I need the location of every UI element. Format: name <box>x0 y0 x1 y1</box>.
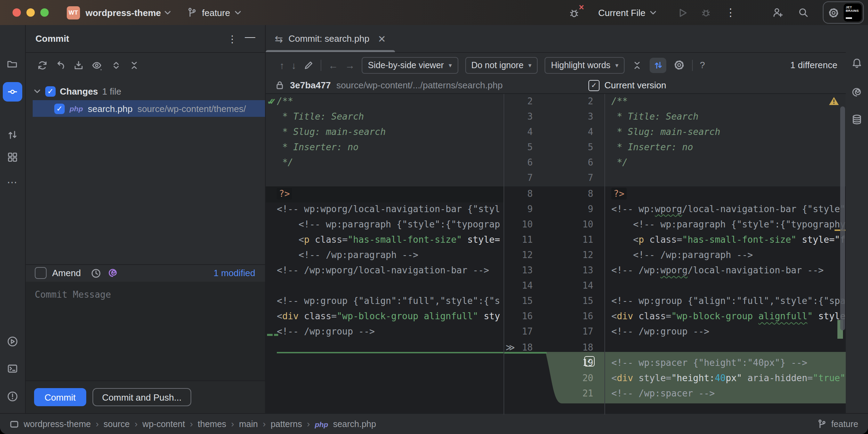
previous-change-icon[interactable]: ↑ <box>280 59 284 71</box>
terminal-tool-icon[interactable] <box>7 363 18 374</box>
code-line: <!-- wp:wporg/local-navigation-bar {"sty… <box>266 201 504 217</box>
whitespace-ignore-dropdown[interactable]: Do not ignore▾ <box>465 57 538 73</box>
changed-file-row[interactable]: ✓ php search.php source/wp-content/theme… <box>33 100 265 117</box>
left-tool-stripe: ⋯ <box>0 25 26 413</box>
help-icon[interactable]: ? <box>700 60 705 70</box>
settings-icon[interactable] <box>828 7 839 18</box>
inspection-warning-icon[interactable] <box>828 96 839 106</box>
code-line: * Slug: main-search <box>605 124 846 140</box>
commit-history-icon[interactable] <box>90 267 102 279</box>
run-tool-icon[interactable] <box>7 336 18 347</box>
macos-window-controls <box>13 8 49 17</box>
insertion-line <box>277 352 504 353</box>
include-change-checkbox[interactable]: ✓ <box>584 356 595 367</box>
line-number: 12 <box>504 248 533 263</box>
status-branch-widget[interactable]: feature <box>817 419 858 429</box>
line-number: 20 <box>545 370 593 386</box>
project-tool-icon[interactable] <box>7 59 18 69</box>
show-diff-preview-icon[interactable] <box>91 59 104 71</box>
breadcrumb-item[interactable]: wordpress-theme <box>24 419 91 429</box>
collapse-unchanged-icon[interactable] <box>632 59 643 71</box>
close-window-button[interactable] <box>13 8 21 17</box>
changes-group-row[interactable]: ✓ Changes 1 file <box>26 83 265 99</box>
project-icon[interactable]: WT <box>67 6 80 19</box>
line-number: 15 <box>545 294 593 309</box>
modified-count[interactable]: 1 modified <box>214 268 255 278</box>
debug-button[interactable] <box>700 7 712 18</box>
rollback-icon[interactable] <box>55 59 66 71</box>
synchronize-scrolling-icon[interactable] <box>650 57 666 73</box>
more-actions-icon[interactable]: ⋮ <box>725 6 736 19</box>
scrollbar-thumb[interactable] <box>840 106 845 330</box>
code-line: <p class="has-small-font-size" style="f <box>605 232 846 248</box>
line-number: 12 <box>545 248 593 263</box>
fold-marker-icon[interactable]: ≫ <box>506 342 522 352</box>
shelve-icon[interactable] <box>73 59 84 71</box>
diff-left-pane[interactable]: /** * Title: Search * Slug: main-search … <box>266 94 504 415</box>
expand-all-icon[interactable] <box>111 59 122 71</box>
current-version-checkbox[interactable]: ✓ <box>588 80 600 91</box>
minimize-window-button[interactable] <box>26 8 35 17</box>
problems-tool-icon[interactable] <box>7 391 18 402</box>
run-configuration-name: Current File <box>598 7 645 18</box>
next-change-icon[interactable]: ↓ <box>291 59 296 71</box>
code-line: <!-- /wp:wporg/local-navigation-bar --> <box>605 263 846 278</box>
viewer-mode-dropdown[interactable]: Side-by-side viewer▾ <box>362 57 458 73</box>
structure-tool-icon[interactable] <box>7 152 18 163</box>
jump-to-source-icon[interactable] <box>303 60 314 70</box>
line-number: 4 <box>504 124 533 140</box>
database-icon[interactable] <box>851 114 863 126</box>
generate-commit-message-ai-icon[interactable] <box>107 267 119 279</box>
amend-checkbox[interactable] <box>35 267 47 279</box>
commit-message-field[interactable]: Commit Message <box>26 282 265 380</box>
revision-hash[interactable]: 3e7ba477 <box>290 80 331 90</box>
close-tab-icon[interactable]: ✕ <box>378 33 386 44</box>
tab-commit-search-php[interactable]: ⇆ Commit: search.php ✕ <box>266 33 386 44</box>
breadcrumb-file[interactable]: search.php <box>333 419 376 429</box>
breadcrumb-item[interactable]: main <box>239 419 258 429</box>
run-configuration-selector[interactable]: Current File <box>598 7 657 18</box>
highlight-mode-dropdown[interactable]: Highlight words▾ <box>545 57 625 73</box>
search-everywhere-icon[interactable] <box>798 7 809 18</box>
jetbrains-logo[interactable]: JETBRAINS <box>844 3 862 22</box>
refresh-icon[interactable] <box>37 59 48 71</box>
mute-debug-icon[interactable]: ✕ <box>568 7 580 18</box>
diff-right-pane[interactable]: /** * Title: Search * Slug: main-search … <box>605 94 846 415</box>
previous-difference-icon[interactable]: ← <box>328 59 338 71</box>
current-version-toggle[interactable]: ✓ Current version <box>588 80 666 91</box>
file-checkbox[interactable]: ✓ <box>54 103 65 114</box>
more-tool-windows-icon[interactable]: ⋯ <box>7 176 18 188</box>
line-number: 11 <box>504 232 533 248</box>
code-line: <p class="has-small-font-size" style= <box>266 232 504 248</box>
next-difference-icon[interactable]: → <box>345 59 355 71</box>
panel-options-icon[interactable]: ⋮ <box>227 33 237 44</box>
commit-and-push-button[interactable]: Commit and Push... <box>93 388 191 406</box>
pull-requests-tool-icon[interactable] <box>7 129 18 140</box>
code-line: <div style="height:40px" aria-hidden="tr… <box>605 370 846 386</box>
title-bar: WT wordpress-theme feature ✕ Current Fil… <box>0 0 868 25</box>
chevron-down-icon <box>33 88 41 94</box>
breadcrumb-item[interactable]: patterns <box>271 419 302 429</box>
line-number: 2 <box>504 94 533 109</box>
hide-panel-icon[interactable]: — <box>245 31 255 42</box>
commit-button[interactable]: Commit <box>34 388 86 406</box>
breadcrumb-item[interactable]: source <box>104 419 130 429</box>
zoom-window-button[interactable] <box>40 8 49 17</box>
commit-actions: Commit Commit and Push... <box>26 380 265 413</box>
breadcrumb-item[interactable]: themes <box>198 419 226 429</box>
ai-assistant-icon[interactable] <box>851 86 863 99</box>
ide-window: WT wordpress-theme feature ✕ Current Fil… <box>0 0 868 434</box>
diff-settings-icon[interactable] <box>673 59 685 71</box>
breadcrumb-item[interactable]: wp-content <box>143 419 185 429</box>
vcs-branch-widget[interactable]: feature <box>187 7 241 18</box>
changes-checkbox[interactable]: ✓ <box>45 86 56 96</box>
collapse-all-icon[interactable] <box>129 59 140 71</box>
commit-tool-icon[interactable] <box>3 82 22 102</box>
code-line: * Slug: main-search <box>266 124 504 140</box>
code-line: */ <box>605 155 846 171</box>
code-with-me-icon[interactable] <box>772 7 784 18</box>
run-button[interactable] <box>677 7 688 18</box>
line-number: ≫ 18 <box>504 340 533 355</box>
project-widget[interactable]: wordpress-theme <box>86 7 161 18</box>
notifications-icon[interactable] <box>851 57 863 69</box>
